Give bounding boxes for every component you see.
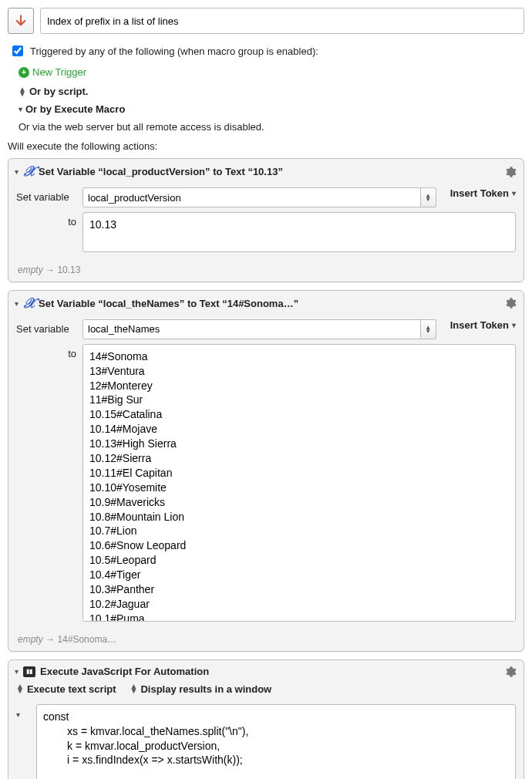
action-set-variable-thenames: ▾ 𝒳 Set Variable “local_theNames” to Tex… — [8, 290, 524, 652]
insert-token-button[interactable]: Insert Token ▾ — [450, 187, 516, 199]
triggered-by-checkbox[interactable]: Triggered by any of the following (when … — [9, 43, 524, 59]
status-line: empty → 10.13 — [8, 265, 524, 282]
gear-icon[interactable] — [503, 665, 517, 679]
macro-icon — [8, 8, 34, 34]
action-title: Set Variable “local_theNames” to Text “1… — [39, 298, 499, 309]
insert-token-button[interactable]: Insert Token ▾ — [450, 319, 516, 331]
variable-name-input[interactable] — [82, 187, 421, 207]
will-execute-label: Will execute the following actions: — [8, 140, 524, 152]
gear-icon[interactable] — [503, 165, 517, 179]
code-textarea[interactable] — [36, 704, 516, 779]
or-by-execute-macro[interactable]: ▾ Or by Execute Macro — [19, 103, 524, 115]
chevron-down-icon: ▾ — [512, 321, 516, 329]
set-variable-label: Set variable — [16, 187, 76, 203]
set-variable-label: Set variable — [16, 319, 76, 335]
plus-icon: + — [19, 67, 29, 78]
action-title: Execute JavaScript For Automation — [40, 666, 499, 677]
variable-dropdown[interactable]: ▲▼ — [421, 187, 436, 207]
action-set-variable-productversion: ▾ 𝒳 Set Variable “local_productVersion” … — [8, 158, 524, 282]
value-textarea[interactable] — [82, 344, 516, 622]
value-textarea[interactable] — [82, 212, 516, 252]
terminal-icon: ▮▮ — [23, 666, 35, 677]
variable-icon: 𝒳 — [23, 295, 34, 312]
variable-icon: 𝒳 — [23, 164, 34, 180]
chevron-down-icon: ▾ — [512, 189, 516, 197]
triggered-by-label: Triggered by any of the following (when … — [30, 46, 318, 57]
sort-icon: ▲▼ — [130, 684, 138, 693]
disclosure-icon[interactable]: ▾ — [15, 167, 19, 176]
gear-icon[interactable] — [503, 296, 517, 310]
via-web-server-label: Or via the web server but all remote acc… — [19, 121, 524, 133]
sort-icon: ▲▼ — [16, 684, 24, 693]
execute-text-script-select[interactable]: ▲▼ Execute text script — [16, 683, 116, 695]
to-label: to — [16, 212, 76, 228]
display-results-select[interactable]: ▲▼ Display results in a window — [130, 683, 272, 695]
variable-dropdown[interactable]: ▲▼ — [421, 319, 436, 339]
macro-title-input[interactable] — [40, 8, 524, 34]
triggered-checkbox[interactable] — [12, 46, 23, 56]
sort-icon: ▲▼ — [19, 87, 26, 96]
or-by-script[interactable]: ▲▼ Or by script. — [19, 86, 524, 97]
code-disclosure[interactable]: ▾ — [16, 704, 30, 720]
to-label: to — [16, 344, 76, 359]
action-execute-jxa: ▾ ▮▮ Execute JavaScript For Automation ▲… — [8, 659, 524, 779]
status-line: empty → 14#Sonoma… — [8, 634, 524, 651]
new-trigger-button[interactable]: + New Trigger — [19, 66, 524, 78]
disclosure-icon[interactable]: ▾ — [15, 667, 19, 676]
variable-name-input[interactable] — [82, 319, 421, 339]
new-trigger-label: New Trigger — [32, 66, 86, 78]
disclosure-icon[interactable]: ▾ — [15, 299, 19, 308]
chevron-down-icon: ▾ — [19, 105, 22, 113]
action-title: Set Variable “local_productVersion” to T… — [39, 166, 499, 177]
